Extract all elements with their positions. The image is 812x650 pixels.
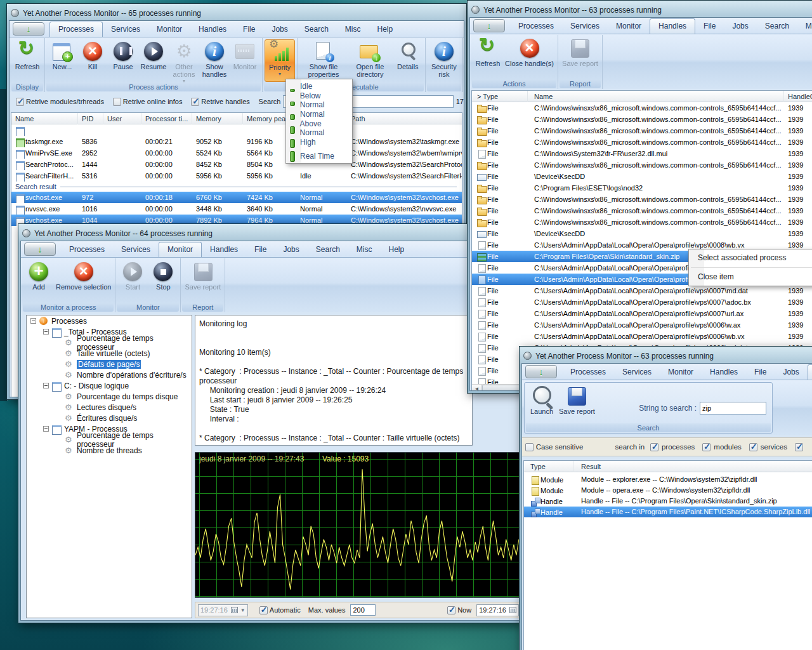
ribbon-tab[interactable]: Misc xyxy=(797,19,812,34)
tree-item[interactable]: C: - Disque logique xyxy=(27,380,192,391)
ribbon-tab[interactable]: Services xyxy=(103,22,148,37)
col-handlecount[interactable]: HandleCo... xyxy=(785,91,812,102)
ribbon-button[interactable]: Add xyxy=(23,260,54,302)
ribbon-button[interactable]: Start xyxy=(117,260,148,302)
ribbon-tab[interactable]: Services xyxy=(113,242,159,257)
ribbon-button[interactable]: Launch xyxy=(527,384,557,423)
process-row[interactable]: WmiPrvSE.exe 2952 00:00:00 5524 Kb 5564 … xyxy=(11,147,462,159)
context-menu-item-select-process[interactable]: Select associated process xyxy=(689,249,812,267)
ribbon-tab[interactable]: Handles xyxy=(650,18,695,34)
ribbon-button[interactable]: Show file properties xyxy=(299,39,348,82)
ribbon-tab[interactable]: Handles xyxy=(190,22,235,37)
ribbon-button[interactable]: Resume xyxy=(138,39,169,84)
ribbon-tab[interactable]: Monitor xyxy=(148,22,190,37)
process-row[interactable]: SearchProtoc... 1444 00:00:00 8452 Kb 85… xyxy=(11,159,462,170)
result-row[interactable]: Module Module -- explorer.exe -- C:\Wind… xyxy=(524,474,812,485)
result-row[interactable]: Module Module -- opera.exe -- C:\Windows… xyxy=(524,485,812,496)
handle-row[interactable]: File C:\Program Files\ESET\logs\nod32 19… xyxy=(472,182,812,194)
ribbon-tab[interactable]: Misc xyxy=(348,242,381,257)
col-result[interactable]: Result xyxy=(579,461,812,472)
ribbon-tab[interactable]: Monitor xyxy=(159,242,202,257)
handle-row[interactable]: File C:\Users\Admin\AppData\Local\Opera\… xyxy=(472,308,812,319)
handle-row[interactable]: File \Device\KsecDD 1939 xyxy=(472,228,812,239)
handle-row[interactable]: File C:\Users\Admin\AppData\Local\Opera\… xyxy=(472,296,812,308)
handle-row[interactable]: File C:\Users\Admin\AppData\Local\Opera\… xyxy=(472,331,812,342)
priority-menu-item[interactable]: High xyxy=(286,135,352,149)
case-sensitive-checkbox[interactable] xyxy=(525,443,534,451)
now-checkbox[interactable] xyxy=(447,606,455,614)
tree-item[interactable]: Processes xyxy=(27,315,192,326)
retrive-handles-checkbox[interactable] xyxy=(191,98,199,106)
priority-menu-item[interactable]: Real Time xyxy=(286,149,352,163)
handle-row[interactable]: File C:\Windows\winsxs\x86_microsoft.win… xyxy=(472,216,812,228)
search-scope-option[interactable]: processes xyxy=(650,443,695,451)
max-values-input[interactable] xyxy=(350,604,376,616)
ribbon-tab[interactable]: Misc xyxy=(337,22,369,37)
handle-row[interactable]: File C:\Windows\winsxs\x86_microsoft.win… xyxy=(472,114,812,125)
ribbon-button[interactable]: Save report xyxy=(560,36,600,79)
context-menu-item-close-item[interactable]: Close item xyxy=(689,269,812,286)
ribbon-button[interactable]: Kill xyxy=(77,39,108,84)
handle-row[interactable]: File C:\Windows\winsxs\x86_microsoft.win… xyxy=(472,125,812,136)
process-row[interactable]: taskmgr.exe 5836 00:00:21 9052 Kb 9196 K… xyxy=(11,136,462,147)
scope-checkbox[interactable] xyxy=(749,443,757,451)
scope-checkbox[interactable] xyxy=(702,443,710,451)
app-menu-button[interactable]: ↓ xyxy=(13,22,44,36)
ribbon-tab[interactable]: File xyxy=(695,19,724,34)
ribbon-tab[interactable]: Search xyxy=(308,242,348,257)
ribbon-button[interactable]: Priority xyxy=(265,39,295,82)
string-to-search-input[interactable] xyxy=(700,402,766,415)
ribbon-button[interactable]: Details xyxy=(393,39,423,82)
tree-item[interactable]: Écritures disque/s xyxy=(27,413,192,423)
app-menu-button[interactable]: ↓ xyxy=(24,242,56,256)
search-scope-option[interactable] xyxy=(795,443,806,451)
ribbon-tab[interactable]: Processes xyxy=(49,22,103,37)
ribbon-tab[interactable]: File xyxy=(235,22,263,37)
ribbon-tab[interactable]: Services xyxy=(562,19,608,34)
col-path[interactable]: Path xyxy=(348,113,462,124)
ribbon-button[interactable]: Show handles xyxy=(199,39,230,84)
col-cpu[interactable]: Processor ti... xyxy=(143,113,192,124)
result-row[interactable]: Handle Handle -- File -- C:\Program File… xyxy=(524,496,812,507)
tree-item[interactable]: Lectures disque/s xyxy=(27,402,192,413)
handle-row[interactable]: File C:\Users\Admin\AppData\Local\Opera\… xyxy=(472,319,812,331)
priority-menu-item[interactable]: Below Normal xyxy=(286,93,352,107)
handle-row[interactable]: File C:\Windows\System32\fr-FR\user32.dl… xyxy=(472,148,812,159)
ribbon-button[interactable]: Security risk xyxy=(428,39,461,82)
ribbon-tab[interactable]: Processes xyxy=(510,19,562,34)
process-row[interactable]: svchost.exe 972 00:00:18 6760 Kb 7424 Kb… xyxy=(11,192,462,203)
ribbon-tab[interactable]: Jobs xyxy=(275,242,307,257)
scope-checkbox[interactable] xyxy=(795,443,803,451)
ribbon-button[interactable]: Other actions xyxy=(169,39,199,84)
tree-expander[interactable] xyxy=(43,383,49,388)
app-menu-button[interactable]: ↓ xyxy=(473,19,505,32)
handle-row[interactable]: File C:\Windows\winsxs\x86_microsoft.win… xyxy=(472,194,812,205)
ribbon-tab[interactable]: Search xyxy=(808,364,812,380)
ribbon-button[interactable]: Close handle(s) xyxy=(503,36,556,79)
handle-row[interactable]: File C:\Windows\winsxs\x86_microsoft.win… xyxy=(472,205,812,216)
ribbon-tab[interactable]: Jobs xyxy=(724,19,756,34)
handle-row[interactable]: File C:\Windows\winsxs\x86_microsoft.win… xyxy=(472,102,812,114)
ribbon-tab[interactable]: Help xyxy=(369,22,402,37)
tree-item[interactable]: Pourcentage de temps processeur xyxy=(27,337,192,348)
titlebar[interactable]: Yet Another Process Monitor -- 63 proces… xyxy=(521,348,812,363)
scroll-left-arrow-icon[interactable]: ◄ xyxy=(472,385,482,391)
ribbon-tab[interactable]: File xyxy=(246,242,275,257)
ribbon-tab[interactable]: Search xyxy=(757,19,797,34)
titlebar[interactable]: Yet Another Process Monitor -- 64 proces… xyxy=(20,226,520,241)
ribbon-tab[interactable]: File xyxy=(746,365,775,380)
col-memory[interactable]: Memory xyxy=(193,113,243,124)
search-scope-option[interactable]: modules xyxy=(702,443,741,451)
ribbon-button[interactable]: Open file directory xyxy=(348,39,393,82)
handles-table-header[interactable]: > Type Name HandleCo... xyxy=(472,91,812,102)
results-table-header[interactable]: Type Result xyxy=(524,461,812,472)
ribbon-button[interactable]: Refresh xyxy=(473,36,503,79)
ribbon-tab[interactable]: Monitor xyxy=(660,365,702,380)
ribbon-button[interactable]: Pause xyxy=(108,39,138,84)
app-menu-button[interactable]: ↓ xyxy=(525,365,557,378)
ribbon-tab[interactable]: Monitor xyxy=(608,19,650,34)
tree-expander[interactable] xyxy=(43,426,49,432)
process-table-header[interactable]: Name PID User Processor ti... Memory Mem… xyxy=(11,113,462,124)
ribbon-tab[interactable]: Handles xyxy=(202,242,246,257)
ribbon-tab[interactable]: Processes xyxy=(562,365,614,380)
